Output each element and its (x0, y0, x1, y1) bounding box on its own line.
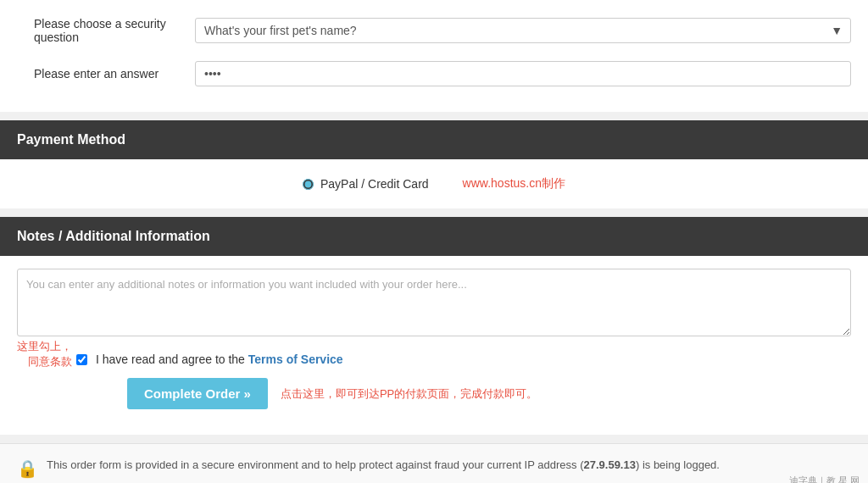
payment-section: Payment Method PayPal / Credit Card www.… (0, 120, 868, 208)
paypal-label: PayPal / Credit Card (320, 177, 429, 191)
secure-text: This order form is provided in a secure … (47, 457, 720, 475)
complete-order-button[interactable]: Complete Order » (127, 378, 268, 409)
annotation-text: 这里勾上， 同意条款 (17, 339, 72, 369)
lock-icon: 🔒 (17, 458, 38, 479)
terms-checkbox[interactable] (76, 354, 87, 365)
complete-row: Complete Order » 点击这里，即可到达PP的付款页面，完成付款即可… (17, 369, 851, 414)
paypal-radio[interactable] (303, 179, 314, 190)
notes-section: Notes / Additional Information 这里勾上， 同意条… (0, 217, 868, 435)
security-question-label: Please choose a security question (17, 17, 195, 44)
answer-label: Please enter an answer (17, 67, 195, 80)
security-question-select[interactable]: What's your first pet's name?What's your… (195, 18, 851, 43)
notes-textarea[interactable] (17, 269, 851, 336)
terms-label: I have read and agree to the Terms of Se… (96, 353, 343, 366)
payment-watermark: www.hostus.cn制作 (463, 176, 565, 192)
paypal-option[interactable]: PayPal / Credit Card (303, 177, 429, 191)
secure-footer: 🔒 This order form is provided in a secur… (0, 443, 868, 483)
payment-section-header: Payment Method (0, 120, 868, 159)
complete-annotation: 点击这里，即可到达PP的付款页面，完成付款即可。 (281, 386, 537, 402)
answer-input[interactable] (195, 61, 851, 86)
footer-watermark: 迪字典｜教 星 网 (789, 475, 860, 483)
notes-section-header: Notes / Additional Information (0, 217, 868, 256)
terms-link[interactable]: Terms of Service (248, 353, 343, 366)
security-question-select-wrapper[interactable]: What's your first pet's name?What's your… (195, 18, 851, 43)
terms-row: I have read and agree to the Terms of Se… (76, 342, 343, 366)
